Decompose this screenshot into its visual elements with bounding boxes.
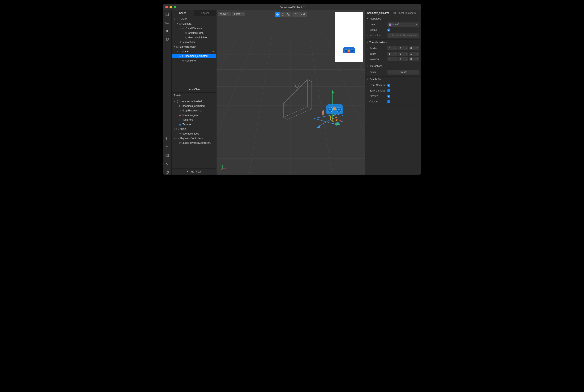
patch-link-icon: →| xyxy=(212,50,215,53)
rotate-tool[interactable] xyxy=(280,12,286,17)
tree-item-playback-controllers[interactable]: ▼Playback Controllers xyxy=(172,136,216,140)
position-x-input[interactable]: 0X xyxy=(387,46,398,50)
scale-row: → Scale 1X 1Y 1Z xyxy=(365,51,421,56)
focal-icon xyxy=(181,27,185,30)
caret-right-icon[interactable]: ▶ xyxy=(179,55,181,57)
viewport[interactable]: View▼ Filter▼ Local xyxy=(216,10,365,174)
rotation-y-input[interactable]: 0Y xyxy=(398,57,408,61)
tree-item-device[interactable]: ▼Device xyxy=(172,17,216,22)
tree-item-camera[interactable]: ▼Camera xyxy=(172,22,216,26)
properties-section-header[interactable]: ▼Properties xyxy=(365,16,421,22)
assets-tree: ▼boombox_animated▼boombox_animated▼dropS… xyxy=(172,98,216,168)
tree-item-boombox_animated[interactable]: ▼boombox_animated xyxy=(172,104,216,108)
svg-point-23 xyxy=(180,110,180,110)
tree-item-label: boombox_animated xyxy=(185,54,207,58)
maximize-window-button[interactable] xyxy=(174,6,176,8)
svg-point-36 xyxy=(351,49,354,52)
tex0-icon xyxy=(178,118,182,121)
layers-tab[interactable]: Layers xyxy=(194,10,216,16)
refresh-icon[interactable] xyxy=(165,37,170,42)
tree-item-texture-1[interactable]: ▼Texture 1 xyxy=(172,122,216,127)
tree-item-texture-0[interactable]: ▼Texture 0 xyxy=(172,118,216,122)
position-z-input[interactable]: 0Z xyxy=(409,46,419,50)
svg-point-9 xyxy=(166,163,168,164)
caret-down-icon[interactable]: ▼ xyxy=(173,137,175,139)
capture-checkbox[interactable]: ✓ xyxy=(387,100,390,103)
rotation-x-input[interactable]: 0X xyxy=(387,57,398,61)
caret-down-icon[interactable]: ▼ xyxy=(173,46,175,48)
scale-z-input[interactable]: 1Z xyxy=(409,52,419,56)
scale-x-input[interactable]: 1X xyxy=(387,52,398,56)
close-window-button[interactable] xyxy=(165,6,168,8)
tree-item-planetracker0[interactable]: ▼planeTracker0 xyxy=(172,44,216,49)
tree-item-ambientlight0[interactable]: ▼ambientLight0 xyxy=(172,31,216,35)
animation-select[interactable]: ▼No controller selected xyxy=(387,33,419,38)
tree-item-dropshadow_mat[interactable]: ▼dropShadow_mat xyxy=(172,108,216,113)
create-patch-button[interactable]: Create xyxy=(387,70,419,74)
svg-point-25 xyxy=(179,115,180,116)
svg-rect-62 xyxy=(328,104,342,105)
svg-rect-14 xyxy=(179,23,181,24)
tree-item-label: Device xyxy=(180,18,187,20)
link-icon[interactable]: → xyxy=(367,58,369,60)
view-dropdown[interactable]: View▼ xyxy=(218,12,231,16)
link-icon[interactable]: → xyxy=(367,29,369,31)
tree-item-microphone[interactable]: ▼Microphone xyxy=(172,40,216,44)
device-preview[interactable] xyxy=(335,12,363,62)
tree-item-boombox_animated[interactable]: ▼boombox_animated xyxy=(172,99,216,104)
tree-item-audio[interactable]: ▼Audio xyxy=(172,127,216,131)
assets-header: Assets xyxy=(172,92,216,98)
svg-rect-12 xyxy=(177,18,178,20)
scene-tab[interactable]: Scene xyxy=(172,10,194,16)
scale-y-input[interactable]: 1Y xyxy=(398,52,408,56)
transformations-section-header[interactable]: ▼Transformations xyxy=(365,40,421,45)
help-icon[interactable] xyxy=(165,170,170,174)
device-send-icon[interactable] xyxy=(165,136,170,141)
add-object-button[interactable]: +Add Object xyxy=(172,86,216,92)
left-panel: Scene Layers ▼Device▼Camera▼Focal Distan… xyxy=(172,10,216,174)
move-tool[interactable] xyxy=(275,12,280,17)
bug-icon[interactable] xyxy=(165,161,170,166)
tree-item-placer[interactable]: ▼placer→| xyxy=(172,49,216,54)
tree-item-speaker0[interactable]: ▼speaker0 xyxy=(172,58,216,63)
caret-down-icon[interactable]: ▼ xyxy=(173,18,175,20)
link-icon[interactable]: → xyxy=(367,34,369,37)
traffic-lights xyxy=(165,6,176,8)
svg-line-70 xyxy=(221,169,222,170)
link-icon[interactable]: → xyxy=(367,47,369,50)
local-space-toggle[interactable]: Local xyxy=(292,12,307,17)
camera-view-icon[interactable] xyxy=(165,20,170,25)
caret-down-icon[interactable]: ▼ xyxy=(173,100,175,102)
pause-icon[interactable] xyxy=(165,28,170,34)
back-camera-checkbox[interactable]: ✓ xyxy=(387,89,390,92)
filter-dropdown[interactable]: Filter▼ xyxy=(232,12,245,16)
link-icon[interactable]: → xyxy=(367,52,369,55)
tree-item-focal-distance[interactable]: ▼Focal Distance xyxy=(172,26,216,31)
visible-checkbox[interactable]: ✓ xyxy=(387,28,390,32)
tree-item-boombox_loop[interactable]: ▼boombox_loop xyxy=(172,131,216,136)
layer-select[interactable]: layer0▼ xyxy=(387,22,419,27)
caret-down-icon[interactable]: ▼ xyxy=(179,27,181,30)
rotation-z-input[interactable]: 0Z xyxy=(409,57,419,61)
scale-tool[interactable] xyxy=(286,12,291,17)
enable-for-section-header[interactable]: ▼Enable For xyxy=(365,76,421,82)
minimize-window-button[interactable] xyxy=(169,6,172,8)
layout-icon[interactable] xyxy=(165,12,170,17)
caret-down-icon[interactable]: ▼ xyxy=(176,23,178,25)
library-icon[interactable] xyxy=(165,153,170,158)
add-asset-button[interactable]: +Add Asset xyxy=(172,168,216,174)
scene-tree: ▼Device▼Camera▼Focal Distance▼ambientLig… xyxy=(172,16,216,86)
tree-item-directionallight0[interactable]: ▼directionalLight0 xyxy=(172,35,216,40)
upload-icon[interactable] xyxy=(165,144,170,150)
position-y-input[interactable]: 0Y xyxy=(398,46,408,50)
tree-item-boombox_mat[interactable]: ▼boombox_mat xyxy=(172,113,216,118)
caret-down-icon[interactable]: ▼ xyxy=(173,128,175,130)
tree-item-boombox_animated[interactable]: ▶boombox_animated xyxy=(172,54,216,58)
cube-icon xyxy=(178,105,182,108)
caret-down-icon[interactable]: ▼ xyxy=(176,50,178,52)
front-camera-checkbox[interactable]: ✓ xyxy=(387,84,390,87)
interactions-section-header[interactable]: ▼Interactions xyxy=(365,63,421,69)
preview-checkbox[interactable]: ✓ xyxy=(387,95,390,98)
controller-icon xyxy=(178,142,182,144)
tree-item-audioplaybackcontroller0[interactable]: ▼audioPlaybackController0 xyxy=(172,140,216,145)
